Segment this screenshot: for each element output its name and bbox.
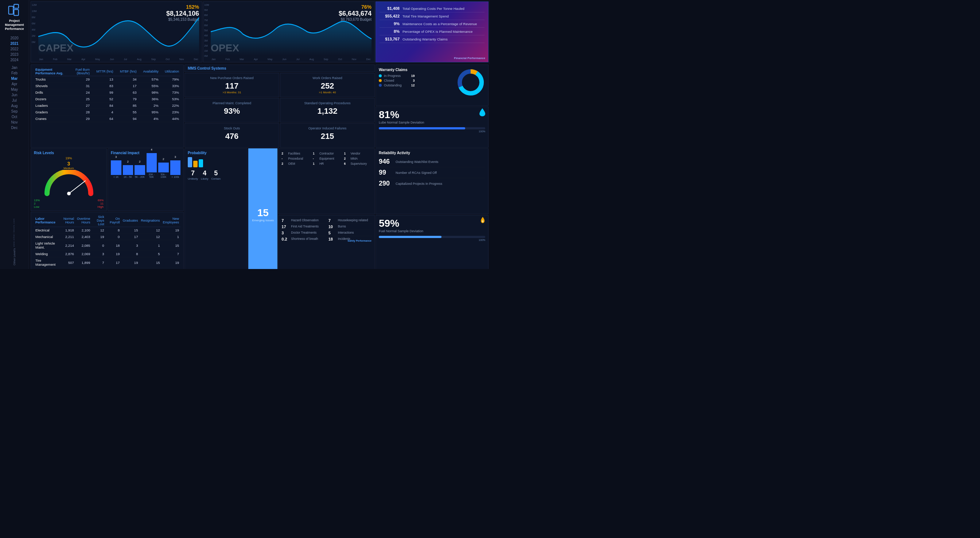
mms-label-1: Work Orders Raised [283, 76, 372, 80]
equip-avail-4: 2% [138, 102, 160, 109]
safety-grid: 7 Hazard Observation 17 First Aid Treatm… [282, 218, 372, 242]
equip-name-4: Loaders [34, 102, 71, 109]
issues-safety-col: 2 Facilities - Procedural 2 [278, 148, 375, 269]
equip-mttr-6: 64 [91, 116, 115, 122]
month-mar[interactable]: Mar [2, 76, 27, 81]
safety-emerging: 15 Emerging Issues 2 F [248, 148, 375, 269]
month-aug[interactable]: Aug [2, 103, 27, 108]
mms-cell-0: New Purchase Orders Raised 117 >3 Months… [185, 73, 279, 97]
safety-right-0: 7 Housekeeping related [328, 218, 372, 224]
issue-0-0: 2 Facilities [282, 151, 309, 156]
year-2021[interactable]: 2021 [2, 41, 27, 46]
year-2022[interactable]: 2022 [2, 46, 27, 52]
equip-name-5: Graders [34, 109, 71, 116]
warranty-closed: Closed 3 [379, 79, 415, 83]
fin-label-2: Maintenance Costs as a Percentage of Rev… [402, 22, 485, 26]
bar-col-2: 2 5K - 20K [135, 165, 145, 178]
issue-2-1: 2 MMA [344, 156, 372, 161]
month-list: Jan Feb Mar Apr May Jun Jul Aug Sep Oct … [2, 65, 27, 131]
equip-mtbf-4: 85 [115, 102, 138, 109]
lube-progress-fill [379, 127, 465, 129]
opex-y-labels: 10M9M8M 7M6M5M 4M3M2M 1M0M [204, 4, 209, 57]
month-jun[interactable]: Jun [2, 92, 27, 98]
warranty-donut [456, 68, 485, 97]
labor-panel: LaborPerformance NormalHours OvertimeHou… [30, 212, 184, 269]
risk-low: 13% 2 Low [34, 199, 40, 209]
emerging-num: 15 [258, 207, 269, 219]
prob-bar-1 [193, 161, 197, 167]
financial-impact-panel: Financial Impact 3 < 1K 2 [108, 148, 184, 211]
year-2024[interactable]: 2024 [2, 57, 27, 63]
operator-failures-value: 215 [283, 132, 372, 141]
opex-chart [211, 8, 372, 56]
equip-avail-2: 98% [138, 89, 160, 96]
month-jan[interactable]: Jan [2, 65, 27, 70]
warranty-outstanding-val: 12 [404, 83, 415, 87]
capex-x-labels: JanFebMar AprMayJun JulAugSep OctNovDec [38, 58, 199, 60]
mms-cell-3: Standard Operating Procedures 1,132 [280, 98, 375, 123]
table-row: Graders 28 4 55 95% 23% [34, 109, 180, 116]
equip-name-0: Trucks [34, 76, 71, 83]
equip-fuel-2: 24 [71, 89, 91, 96]
equip-col-mtbf: MTBF (hrs) [115, 67, 138, 76]
year-2020[interactable]: 2020 [2, 35, 27, 41]
safety-right-3: 18 Incidents Safety Performance [328, 236, 372, 242]
fin-row-1: $55,422 Total Tire Management Spend [380, 13, 485, 20]
warranty-title: Warranty Claims [379, 68, 415, 72]
risk-indicators: 13% 2 Low 69% 11 High [34, 199, 103, 209]
month-jul[interactable]: Jul [2, 98, 27, 103]
equip-mtbf-6: 94 [115, 116, 138, 122]
labor-col-op: On Payroll [106, 214, 121, 227]
mms-value-3: 1,132 [283, 107, 372, 116]
mms-label-3: Standard Operating Procedures [283, 101, 372, 105]
safety-left-2: 3 Doctor Treatments [282, 230, 325, 236]
fuel-panel: 59% Fuel Normal Sample Deviation 100% [375, 215, 488, 269]
fin-label-3: Percentage of OPEX is Planned Maintenanc… [402, 30, 485, 33]
labor-col-name: LaborPerformance [34, 214, 62, 227]
month-may[interactable]: May [2, 87, 27, 92]
opex-x-labels: JanFebMar AprMayJun JulAugSep OctNovDec [211, 58, 372, 60]
table-row: Welding 2,876 2,069 3 19 8 5 7 [34, 251, 180, 257]
month-dec[interactable]: Dec [2, 125, 27, 131]
financial-performance-panel: $1,408 Total Operating Costs Per Tonne H… [375, 2, 488, 62]
emerging-label: Emerging Issues [252, 219, 274, 222]
fuel-value: 59% [379, 218, 485, 229]
warranty-outstanding-dot [379, 84, 382, 87]
bottom-middle: Probability 7 Unlikely 4 Likely [185, 148, 375, 269]
bar-col-0: 3 < 1K [111, 161, 121, 178]
fin-value-4: $13,767 [380, 37, 399, 41]
month-feb[interactable]: Feb [2, 70, 27, 76]
equip-fuel-0: 29 [71, 76, 91, 83]
lube-title: Lube Normal Sample Deviation [379, 121, 485, 124]
other-levels-label[interactable]: Other Level's [13, 248, 16, 265]
month-apr[interactable]: Apr [2, 81, 27, 87]
warranty-closed-val: 3 [398, 79, 415, 83]
prob-label-2: 5 Certain [211, 169, 221, 180]
equip-fuel-3: 25 [71, 96, 91, 102]
table-row: Loaders 27 84 85 2% 22% [34, 102, 180, 109]
fin-row-3: 8% Percentage of OPEX is Planned Mainten… [380, 28, 485, 35]
fin-row-4: $13,767 Outstanding Warranty Claims [380, 35, 485, 43]
table-row: Dozers 25 52 79 36% 53% [34, 96, 180, 102]
fin-label-4: Outstanding Warranty Claims [402, 37, 485, 41]
year-2023[interactable]: 2023 [2, 52, 27, 57]
equip-col-fuel: Fuel Burn(litres/hr) [71, 67, 91, 76]
month-nov[interactable]: Nov [2, 119, 27, 125]
prob-label-1: 4 Likely [201, 169, 208, 180]
equip-util-0: 79% [160, 76, 180, 83]
month-oct[interactable]: Oct [2, 114, 27, 119]
lube-progress [379, 127, 485, 129]
table-row: Project Overhauls 1,275 2,945 15 6 8 11 … [34, 268, 180, 269]
mms-operator-failures: Operator Induced Failures 215 [280, 123, 375, 148]
table-row: Tire Management 507 1,899 7 17 19 15 19 [34, 257, 180, 268]
other-levels-url: www.other-levels.com [13, 218, 15, 247]
labor-col-grad: Graduates [121, 214, 139, 227]
equip-fuel-1: 31 [71, 83, 91, 89]
warranty-in-progress: In Progress 19 [379, 74, 415, 78]
risk-med-pct: 19% [34, 156, 103, 160]
equip-mtbf-0: 34 [115, 76, 138, 83]
month-sep[interactable]: Sep [2, 108, 27, 114]
mms-label-0: New Purchase Orders Raised [188, 76, 276, 80]
prob-label-0: 7 Unlikely [188, 169, 198, 180]
safety-right-1: 10 Burns [328, 224, 372, 230]
